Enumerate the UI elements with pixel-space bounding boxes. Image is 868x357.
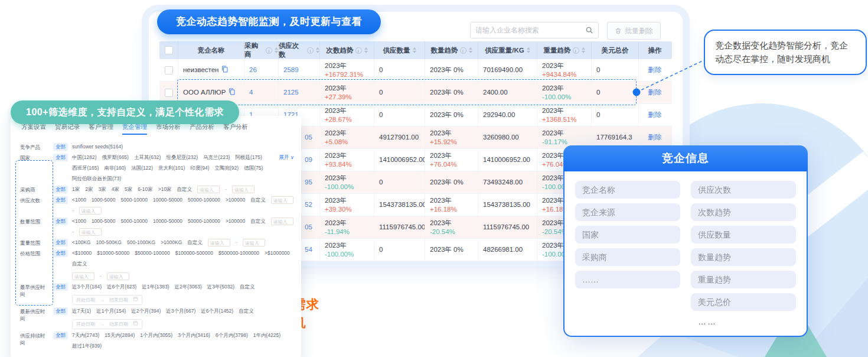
supply-count-link[interactable]: 09	[305, 155, 312, 164]
supply-count-link[interactable]: 52	[305, 200, 312, 209]
sort-icon[interactable]	[469, 47, 472, 53]
filter-option[interactable]: 近3个月(184)	[72, 283, 102, 291]
filter-option[interactable]: 自定义	[240, 283, 255, 291]
filter-option[interactable]: 近3个月(667)	[166, 307, 195, 316]
sort-icon[interactable]	[527, 47, 530, 53]
filter-all-chip[interactable]: 全部	[53, 218, 68, 225]
sort-icon[interactable]	[364, 47, 368, 53]
range-input[interactable]: 请输入	[79, 228, 102, 236]
info-icon[interactable]: i	[355, 47, 362, 54]
range-input[interactable]: 请输入	[271, 196, 293, 204]
delete-link[interactable]: 删除	[648, 111, 662, 119]
table-row[interactable]: ООО АЛЛЮР421252023年 +27.39%02023年 0%2400…	[159, 82, 672, 104]
filter-option[interactable]: <100KG	[72, 238, 90, 247]
column-header-数量趋势[interactable]: 数量趋势i	[425, 41, 478, 59]
filter-option[interactable]: 自定义	[72, 259, 87, 268]
filter-tab-贸易记录[interactable]: 贸易记录	[55, 123, 80, 135]
filter-option[interactable]: 乌克兰(223)	[203, 153, 230, 162]
filter-option[interactable]: 100-500KG	[96, 238, 121, 247]
filter-option[interactable]: 10000-50000	[153, 217, 182, 226]
filter-option[interactable]: 立陶宛(92)	[215, 164, 239, 173]
filter-option[interactable]: 6个月内(3798)	[216, 331, 248, 340]
filter-option[interactable]: <1000	[72, 196, 86, 205]
search-input[interactable]: 请输入企业名称搜索	[470, 22, 599, 38]
range-input[interactable]: 请输入	[197, 186, 220, 193]
buyer-count-link[interactable]: 4	[249, 88, 253, 97]
filter-option[interactable]: 近6个月(1452)	[201, 307, 233, 316]
filter-option[interactable]: 中国(1282)	[72, 153, 97, 162]
column-header-供应次数[interactable]: 供应次数i	[279, 41, 320, 59]
filter-option[interactable]: <1000	[72, 217, 86, 226]
range-input[interactable]: 请输入	[243, 239, 265, 246]
filter-all-chip[interactable]: 全部	[53, 239, 68, 246]
batch-delete-button[interactable]: 批量删除	[607, 22, 661, 40]
supply-count-link[interactable]: 2589	[283, 66, 299, 74]
filter-option[interactable]: 近2年(3063)	[174, 283, 201, 291]
sort-icon[interactable]	[413, 47, 416, 53]
filter-option[interactable]: 近1个月(154)	[96, 307, 126, 316]
filter-option[interactable]: 7天内(2743)	[72, 331, 99, 340]
range-input[interactable]: 请输入	[271, 218, 293, 225]
filter-all-chip[interactable]: 全部	[53, 283, 68, 291]
filter-option[interactable]: 3个月内(3416)	[178, 331, 210, 340]
delete-link[interactable]: 删除	[648, 66, 662, 74]
info-icon[interactable]: i	[266, 47, 272, 54]
row-checkbox[interactable]	[165, 89, 173, 97]
column-header-供应重量/KG[interactable]: 供应重量/KG	[478, 41, 537, 59]
filter-option[interactable]: <$10000	[72, 249, 92, 258]
column-header-checkbox[interactable]	[159, 41, 178, 59]
filter-option[interactable]: 自定义	[250, 217, 266, 226]
column-header-重量趋势[interactable]: 重量趋势i	[537, 41, 592, 59]
copy-icon[interactable]	[229, 88, 236, 98]
filter-tab-客户分析[interactable]: 客户分析	[223, 123, 248, 135]
filter-option[interactable]: 5家	[125, 185, 132, 194]
range-input[interactable]: 请输入	[107, 272, 129, 280]
filter-option[interactable]: 1家	[72, 185, 80, 194]
supply-count-link[interactable]: 54	[305, 245, 312, 254]
column-header-采购商[interactable]: 采购商i	[244, 41, 279, 59]
filter-option[interactable]: 10000-50000	[153, 196, 182, 205]
filter-option[interactable]: 自定义	[177, 185, 192, 194]
info-icon[interactable]: i	[307, 47, 314, 54]
info-icon[interactable]: i	[460, 47, 466, 54]
filter-option[interactable]: 意大利(101)	[158, 164, 185, 173]
filter-option[interactable]: 坦桑尼亚(232)	[166, 153, 198, 162]
filter-option[interactable]: 西班牙(165)	[72, 164, 99, 173]
supply-count-link[interactable]: 95	[305, 178, 312, 187]
supply-count-link[interactable]: 05	[305, 223, 312, 232]
filter-option[interactable]: >1000KG	[161, 238, 182, 247]
filter-all-chip[interactable]: 全部	[53, 154, 68, 161]
filter-option[interactable]: 近2个月(394)	[131, 307, 161, 316]
filter-all-chip[interactable]: 全部	[53, 249, 68, 257]
filter-option[interactable]: 近7天(1)	[72, 307, 91, 316]
filter-option[interactable]: 俄罗斯(665)	[102, 153, 129, 162]
filter-option[interactable]: 法国(122)	[131, 164, 153, 173]
delete-link[interactable]: 删除	[648, 133, 662, 142]
range-input[interactable]: 请输入	[232, 186, 254, 193]
filter-option[interactable]: 6-10家	[138, 185, 153, 194]
supply-count-link[interactable]: 05	[305, 133, 312, 142]
buyer-count-link[interactable]: 26	[249, 66, 257, 74]
filter-option[interactable]: 南非(160)	[104, 164, 126, 173]
filter-option[interactable]: 2家	[85, 185, 93, 194]
filter-tab-产品分析[interactable]: 产品分析	[190, 123, 214, 135]
filter-option[interactable]: $100000-500000	[175, 249, 213, 258]
filter-option[interactable]: 近1年(1383)	[142, 283, 169, 291]
filter-option[interactable]: 德国(75)	[244, 164, 263, 173]
filter-option[interactable]: 阿拉伯联合酋长国(73)	[72, 174, 121, 183]
filter-option[interactable]: 近6个月(623)	[107, 283, 136, 291]
filter-option[interactable]: 500-1000KG	[127, 238, 155, 247]
filter-option[interactable]: 1000-5000	[92, 217, 116, 226]
filter-option[interactable]: 5000-10000	[121, 217, 148, 226]
filter-option[interactable]: >100000	[226, 196, 245, 205]
filter-tab-竞企管理[interactable]: 竞企管理	[122, 123, 147, 135]
filter-all-chip[interactable]: 全部	[53, 196, 68, 204]
row-checkbox[interactable]	[165, 66, 173, 74]
filter-option[interactable]: 5000-10000	[121, 196, 148, 205]
filter-all-chip[interactable]: 全部	[53, 143, 68, 151]
filter-option[interactable]: 自定义	[239, 307, 254, 316]
filter-option[interactable]: 1年内(4225)	[253, 331, 280, 340]
filter-tab-方案设置[interactable]: 方案设置	[21, 123, 46, 135]
filter-option[interactable]: 15天内(2894)	[105, 331, 135, 340]
delete-link[interactable]: 删除	[648, 88, 662, 97]
